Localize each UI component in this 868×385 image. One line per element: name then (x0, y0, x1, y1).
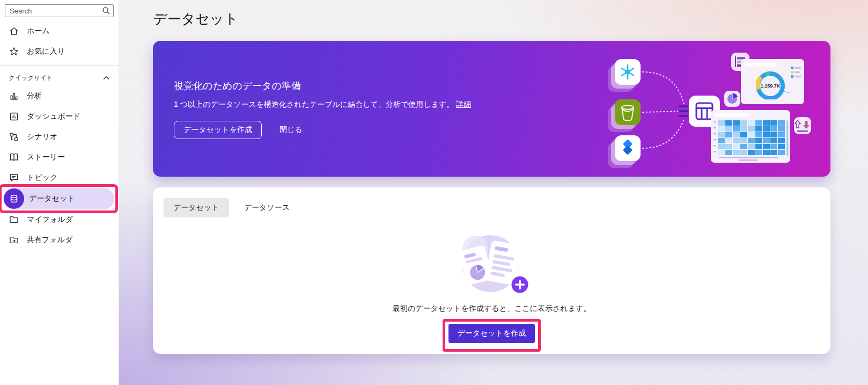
dataset-table-node (689, 96, 720, 127)
jira-source-icon (608, 135, 641, 168)
sidebar-item-label: ストーリー (27, 152, 65, 162)
empty-state-illustration (442, 228, 542, 299)
banner-create-dataset-button[interactable]: データセットを作成 (174, 121, 262, 139)
sidebar-item-label: データセット (29, 194, 75, 204)
banner-actions: データセットを作成 閉じる (174, 121, 471, 139)
dataset-icon (4, 188, 24, 209)
tab-datasets[interactable]: データセット (164, 198, 229, 217)
snowflake-source-icon (608, 59, 641, 92)
tab-bar: データセット データソース (164, 198, 820, 217)
sidebar-item-label: 分析 (27, 91, 42, 101)
sidebar-item-topics[interactable]: トピック (0, 168, 119, 188)
banner-description-text: 1 つ以上のデータソースを構造化されたテーブルに結合して、分析で使用します。 (174, 100, 454, 108)
sidebar-item-stories[interactable]: ストーリー (0, 147, 119, 168)
section-label: クイックサイト (9, 74, 53, 82)
banner-description: 1 つ以上のデータソースを構造化されたテーブルに結合して、分析で使用します。 詳… (174, 99, 471, 110)
sidebar-item-my-folder[interactable]: マイフォルダ (0, 209, 119, 230)
story-book-icon (9, 152, 19, 163)
empty-state-message: 最初のデータセットを作成すると、ここに表示されます。 (393, 304, 591, 314)
home-icon (9, 26, 19, 37)
sidebar-item-favorites[interactable]: お気に入り (0, 41, 119, 62)
banner-close-button[interactable]: 閉じる (276, 125, 306, 135)
shared-folder-icon (9, 235, 19, 245)
sidebar-item-label: トピック (27, 173, 57, 183)
topic-bubble-icon (9, 172, 19, 183)
mini-pie-card (724, 91, 740, 107)
sidebar-item-home[interactable]: ホーム (0, 21, 119, 41)
s3-bucket-source-icon (608, 99, 641, 132)
search-icon[interactable] (101, 6, 111, 16)
banner-title: 視覚化のためのデータの準備 (174, 79, 471, 92)
sidebar-item-label: ダッシュボード (27, 112, 80, 121)
sidebar-item-dashboards[interactable]: ダッシュボード (0, 106, 119, 127)
datasets-panel: データセット データソース (153, 187, 830, 354)
page-title: データセット (153, 10, 830, 28)
details-link[interactable]: 詳細 (456, 100, 471, 108)
banner-text-block: 視覚化のためのデータの準備 1 つ以上のデータソースを構造化されたテーブルに結合… (174, 79, 471, 139)
sidebar-item-label: シナリオ (27, 132, 57, 142)
sidebar-item-label: 共有フォルダ (27, 235, 72, 245)
plus-icon (511, 277, 528, 293)
bar-chart-icon (9, 91, 19, 101)
sidebar-item-label: ホーム (27, 26, 50, 36)
donut-chart-card: 1.159.7K (741, 59, 804, 104)
sidebar-item-datasets[interactable]: データセット (3, 188, 114, 209)
folder-icon (9, 214, 19, 225)
sidebar-item-label: マイフォルダ (27, 215, 73, 224)
sidebar-search (5, 4, 114, 17)
merge-dashes (679, 106, 687, 116)
dashboard-icon (9, 111, 19, 122)
donut-value: 1.159.7K (761, 83, 781, 89)
sidebar-item-scenarios[interactable]: シナリオ (0, 127, 119, 147)
heatmap-grid (718, 120, 785, 155)
create-dataset-button[interactable]: データセットを作成 (448, 324, 535, 343)
promo-banner: 視覚化のためのデータの準備 1 つ以上のデータソースを構造化されたテーブルに結合… (153, 41, 830, 177)
annotation-highlight-create-button: データセットを作成 (443, 319, 541, 352)
sidebar: ホーム お気に入り クイックサイト 分析 (0, 0, 119, 385)
mini-bar-chart-card (731, 53, 749, 71)
empty-state: 最初のデータセットを作成すると、ここに表示されます。 データセットを作成 (153, 228, 830, 352)
search-input[interactable] (5, 4, 114, 17)
banner-illustration: 1.159.7K (578, 41, 830, 177)
sidebar-item-analyses[interactable]: 分析 (0, 86, 119, 106)
heatmap-card (711, 110, 790, 163)
tab-datasources[interactable]: データソース (234, 198, 299, 217)
sidebar-item-label: お気に入り (27, 47, 65, 56)
sidebar-divider (0, 66, 119, 66)
main-content: データセット 視覚化のためのデータの準備 1 つ以上のデータソースを構造化された… (119, 0, 868, 385)
sidebar-item-shared-folder[interactable]: 共有フォルダ (0, 230, 119, 250)
scenario-icon (9, 132, 19, 142)
star-icon (9, 46, 19, 57)
sort-arrows-card (794, 117, 811, 134)
connector-lines (643, 72, 684, 148)
chevron-up-icon[interactable] (101, 73, 111, 83)
sidebar-section-quicksight: クイックサイト (0, 70, 119, 86)
